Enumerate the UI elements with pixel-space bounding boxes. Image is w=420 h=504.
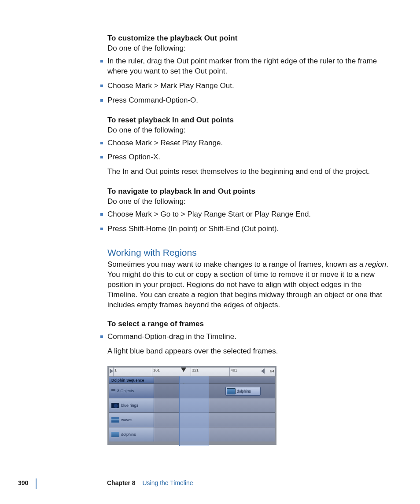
objects-count-label: 3 Objects [117, 389, 134, 393]
track-row[interactable]: blue rings [109, 398, 275, 412]
clip-dolphins[interactable]: dolphins [225, 387, 261, 396]
bullet-item: Press Shift-Home (In point) or Shift-End… [107, 224, 389, 234]
select-range-result: A light blue band appears over the selec… [107, 346, 389, 357]
regions-para-pre: Sometimes you may want to make changes t… [107, 260, 365, 269]
bullet-item: Press Command-Option-O. [107, 96, 389, 106]
track-row[interactable]: waves [109, 412, 275, 427]
objects-row[interactable]: 3 Objects dolphins [109, 383, 275, 398]
chapter-title: Using the Timeline [142, 479, 193, 486]
out-point-icon[interactable] [261, 368, 265, 374]
bullet-item: Choose Mark > Reset Play Range. [107, 138, 389, 148]
regions-para-em: region [365, 260, 386, 269]
page-number: 390 [18, 479, 28, 486]
chapter-label: Chapter 8 [107, 479, 136, 486]
timeline-figure: 1 161 321 481 64 Dolphin Sequence 3 Obje… [107, 366, 276, 445]
lead-navigate: Do one of the following: [107, 197, 389, 207]
track-label: blue rings [121, 403, 138, 408]
bullet-item: Press Option-X. [107, 152, 389, 162]
list-icon [111, 389, 115, 392]
track-row[interactable]: dolphins [109, 427, 275, 441]
ruler-end-label: 64 [270, 369, 274, 373]
track-thumb-icon [111, 403, 119, 408]
svg-marker-0 [181, 368, 186, 372]
bullet-item: In the ruler, drag the Out point marker … [107, 56, 389, 77]
timeline-ruler[interactable]: 1 161 321 481 64 [109, 368, 275, 377]
playhead-icon[interactable] [181, 368, 186, 373]
clip-label: dolphins [237, 389, 251, 394]
bullet-item: Command-Option-drag in the Timeline. [107, 332, 389, 342]
page-footer: 390 Chapter 8 Using the Timeline [36, 478, 420, 489]
track-label: dolphins [121, 432, 136, 437]
ruler-tick: 321 [191, 368, 199, 376]
reset-note: The In and Out points reset themselves t… [107, 167, 389, 177]
regions-paragraph: Sometimes you may want to make changes t… [107, 260, 389, 310]
lead-reset: Do one of the following: [107, 125, 389, 136]
heading-reset: To reset playback In and Out points [107, 115, 389, 125]
ruler-tick: 1 [113, 368, 117, 376]
heading-select-range: To select a range of frames [107, 319, 389, 329]
group-header-row[interactable]: Dolphin Sequence [109, 377, 275, 383]
heading-navigate: To navigate to playback In and Out point… [107, 187, 389, 197]
group-label: Dolphin Sequence [109, 377, 154, 383]
section-title-regions: Working with Regions [107, 247, 389, 258]
track-thumb-icon [111, 417, 119, 423]
in-point-icon[interactable] [110, 368, 113, 374]
ruler-tick: 161 [152, 368, 160, 376]
lead-customize: Do one of the following: [107, 44, 389, 54]
ruler-tick: 481 [229, 368, 237, 376]
track-thumb-icon [111, 432, 119, 437]
track-label: waves [121, 418, 133, 422]
clip-thumb-icon [227, 388, 236, 394]
bullet-item: Choose Mark > Mark Play Range Out. [107, 81, 389, 91]
heading-customize-out: To customize the playback Out point [107, 33, 389, 44]
bullet-item: Choose Mark > Go to > Play Range Start o… [107, 210, 389, 220]
